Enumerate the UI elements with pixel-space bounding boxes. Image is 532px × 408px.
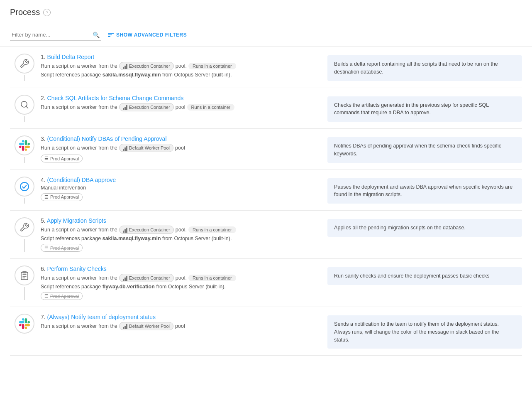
slack-icon	[19, 318, 30, 329]
pool-badge: Execution Container	[119, 274, 174, 282]
step-row: 6. Perform Sanity Checks Run a script on…	[10, 259, 522, 307]
step-title[interactable]: 1. Build Delta Report	[41, 54, 322, 60]
clipboard-icon	[20, 270, 29, 280]
step-description-panel: Notifies DBAs of pending approval when t…	[327, 137, 522, 163]
step-connector	[24, 239, 25, 252]
filter-input[interactable]	[10, 29, 101, 41]
page-title: Process	[10, 7, 40, 17]
step-connector	[24, 157, 25, 163]
runs-in-container-badge: Runs in a container	[188, 275, 236, 281]
step-title[interactable]: 3. (Conditional) Notify DBAs of Pending …	[41, 135, 322, 142]
runs-in-container-badge: Runs in a container	[188, 226, 236, 233]
package-name: sakila.mssql.flyway.min	[102, 72, 161, 78]
step-row: 7. (Always) Notify team of deployment st…	[10, 307, 522, 356]
magnify-icon	[20, 100, 29, 110]
pool-bar-icon	[123, 104, 127, 110]
approval-badge-wrap: ☰ Prod Approval	[41, 292, 322, 300]
svg-point-0	[21, 101, 27, 107]
page-header: Process ?	[0, 0, 532, 23]
step-icon-circle	[15, 135, 34, 155]
steps-list: 1. Build Delta Report Run a script on a …	[0, 47, 532, 356]
step-description-panel: Applies all the pending migration script…	[327, 219, 522, 237]
approval-label: Prod Approval	[50, 156, 79, 161]
step-content: 4. (Conditional) DBA approve Manual inte…	[39, 177, 327, 204]
step-desc-prefix: Run a script on a worker from the	[41, 227, 117, 233]
step-icon-col	[10, 177, 39, 204]
step-icon-col	[10, 217, 39, 252]
eq-icon: ☰	[44, 194, 49, 200]
step-content: 3. (Conditional) Notify DBAs of Pending …	[39, 135, 327, 163]
step-number: 1.	[41, 54, 47, 60]
step-title[interactable]: 6. Perform Sanity Checks	[41, 265, 322, 272]
approval-badge: ☰ Prod Approval	[41, 292, 83, 300]
step-desc-line: Run a script on a worker from the Execut…	[41, 62, 322, 70]
step-desc-prefix: Run a script on a worker from the	[41, 323, 117, 329]
runs-in-container-badge: Runs in a container	[187, 104, 235, 111]
step-desc-line: Run a script on a worker from the Execut…	[41, 274, 322, 282]
filter-lines-icon	[108, 33, 114, 37]
step-content: 7. (Always) Notify team of deployment st…	[39, 314, 327, 349]
step-desc-prefix: Run a script on a worker from the	[41, 63, 117, 69]
approval-badge: ☰ Prod Approval	[41, 193, 83, 201]
step-icon-circle	[15, 95, 34, 115]
step-package-line: Script references package sakila.mssql.f…	[41, 236, 322, 241]
step-icon-col	[10, 54, 39, 81]
step-pool-suffix: pool.	[176, 63, 187, 69]
step-description-panel: Pauses the deployment and awaits DBA app…	[327, 178, 522, 204]
pool-badge: Execution Container	[119, 226, 174, 234]
approval-badge-wrap: ☰ Prod Approval	[41, 244, 322, 252]
step-row: 4. (Conditional) DBA approve Manual inte…	[10, 170, 522, 211]
eq-icon: ☰	[44, 293, 49, 299]
step-number: 3.	[41, 135, 47, 142]
step-icon-col	[10, 95, 39, 122]
pool-bar-icon	[123, 227, 127, 233]
pool-bar-icon	[123, 323, 127, 329]
step-icon-circle	[15, 265, 34, 285]
pool-bar-icon	[123, 275, 127, 281]
step-row: 5. Apply Migration Scripts Run a script …	[10, 211, 522, 259]
wrench-icon	[20, 222, 29, 232]
step-desc-line: Run a script on a worker from the Defaul…	[41, 144, 322, 152]
step-title[interactable]: 4. (Conditional) DBA approve	[41, 177, 322, 183]
pool-badge: Execution Container	[119, 103, 174, 111]
advanced-filters-button[interactable]: SHOW ADVANCED FILTERS	[108, 32, 187, 38]
eq-icon: ☰	[44, 156, 49, 161]
step-pool-suffix: pool	[175, 145, 185, 151]
step-pool-suffix: pool.	[176, 275, 187, 281]
step-number: 5.	[41, 217, 47, 224]
approval-label: Prod Approval	[50, 246, 79, 251]
step-description-panel: Builds a delta report containing all the…	[327, 55, 522, 81]
step-number: 4.	[41, 177, 47, 183]
step-icon-col	[10, 314, 39, 349]
step-title[interactable]: 7. (Always) Notify team of deployment st…	[41, 314, 322, 320]
help-icon[interactable]: ?	[43, 9, 51, 16]
filter-bar: 🔍 SHOW ADVANCED FILTERS	[0, 23, 532, 47]
approval-badge-wrap: ☰ Prod Approval	[41, 193, 322, 201]
step-desc-line: Manual intervention	[41, 185, 322, 191]
pool-bar-icon	[123, 145, 127, 151]
step-desc-line: Run a script on a worker from the Execut…	[41, 103, 322, 111]
step-connector	[24, 287, 25, 300]
slack-icon	[19, 140, 30, 151]
step-icon-circle	[15, 177, 34, 197]
step-title[interactable]: 5. Apply Migration Scripts	[41, 217, 322, 224]
step-content: 2. Check SQL Artifacts for Schema Change…	[39, 95, 327, 122]
runs-in-container-badge: Runs in a container	[188, 63, 236, 69]
step-icon-col	[10, 265, 39, 300]
approval-label: Prod Approval	[50, 194, 79, 199]
approval-badge-wrap: ☰ Prod Approval	[41, 155, 322, 162]
step-number: 6.	[41, 265, 47, 272]
step-content: 1. Build Delta Report Run a script on a …	[39, 54, 327, 81]
advanced-filters-label: SHOW ADVANCED FILTERS	[116, 32, 187, 38]
step-desc-prefix: Run a script on a worker from the	[41, 104, 117, 110]
search-icon[interactable]: 🔍	[93, 32, 100, 38]
process-page: Process ? 🔍 SHOW ADVANCED FILTERS 1. Bui…	[0, 0, 532, 408]
step-title[interactable]: 2. Check SQL Artifacts for Schema Change…	[41, 95, 322, 101]
eq-icon: ☰	[44, 245, 49, 251]
step-icon-col	[10, 135, 39, 163]
step-icon-circle	[15, 217, 34, 237]
step-description-panel: Sends a notification to the team to noti…	[327, 315, 522, 349]
approval-label: Prod Approval	[50, 294, 79, 299]
step-description-panel: Run sanity checks and ensure the deploym…	[327, 267, 522, 285]
step-row: 2. Check SQL Artifacts for Schema Change…	[10, 88, 522, 129]
